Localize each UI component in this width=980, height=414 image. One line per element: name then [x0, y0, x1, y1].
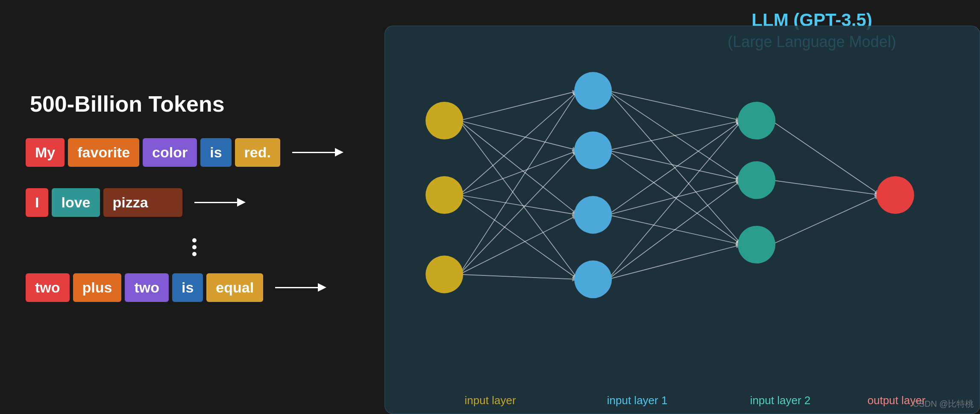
- svg-line-9: [459, 91, 578, 274]
- arrow-2: [194, 198, 246, 207]
- sentence-row-2: I love pizza: [26, 188, 350, 217]
- tokens-title: 500-Billion Tokens: [30, 91, 350, 117]
- svg-line-26: [772, 180, 880, 195]
- token: is: [200, 138, 231, 167]
- svg-line-3: [459, 121, 578, 215]
- sentence-row-3: two plus two is equal: [26, 273, 350, 302]
- label-hidden1: input layer 1: [607, 394, 668, 407]
- dot: [192, 238, 197, 242]
- hidden1-node-2: [574, 196, 612, 234]
- svg-line-11: [459, 215, 578, 274]
- dots-row: [38, 238, 350, 256]
- dot: [192, 245, 197, 249]
- token: is: [172, 273, 203, 302]
- svg-line-12: [459, 275, 578, 280]
- svg-line-5: [459, 91, 578, 195]
- token: favorite: [68, 138, 139, 167]
- input-node-2: [425, 256, 463, 293]
- token: love: [52, 188, 100, 217]
- hidden1-node-0: [574, 72, 612, 109]
- svg-line-8: [459, 195, 578, 279]
- token: color: [143, 138, 197, 167]
- layer-labels: input layer input layer 1 input layer 2 …: [419, 394, 980, 407]
- watermark: CSDN @比特桃: [913, 398, 974, 410]
- sentence-row-1: My favorite color is red.: [26, 138, 350, 167]
- svg-line-20: [608, 180, 742, 215]
- svg-line-27: [772, 195, 880, 245]
- svg-line-6: [459, 151, 578, 195]
- left-section: 500-Billion Tokens My favorite color is …: [0, 0, 350, 414]
- right-section: LLM (GPT-3.5) (Large Language Model): [350, 0, 980, 414]
- hidden1-node-1: [574, 132, 612, 169]
- label-input: input layer: [465, 394, 516, 407]
- hidden2-node-1: [738, 161, 775, 199]
- hidden2-node-0: [738, 102, 775, 139]
- hidden1-node-3: [574, 260, 612, 298]
- arrow-3: [275, 283, 326, 292]
- token: pizza: [103, 188, 182, 217]
- dot: [192, 252, 197, 256]
- label-hidden2: input layer 2: [750, 394, 811, 407]
- svg-line-25: [772, 121, 880, 195]
- token: two: [26, 273, 70, 302]
- input-node-1: [425, 176, 463, 214]
- main-container: 500-Billion Tokens My favorite color is …: [0, 0, 980, 414]
- svg-line-23: [608, 180, 742, 279]
- input-node-0: [425, 102, 463, 139]
- svg-line-13: [608, 91, 742, 121]
- llm-panel: input layer input layer 1 input layer 2 …: [384, 26, 980, 414]
- token: My: [26, 138, 65, 167]
- token: two: [125, 273, 169, 302]
- svg-line-2: [459, 121, 578, 151]
- output-node: [877, 176, 914, 214]
- token: red.: [235, 138, 280, 167]
- svg-line-22: [608, 121, 742, 279]
- svg-line-16: [608, 121, 742, 151]
- svg-line-1: [459, 91, 578, 121]
- svg-line-19: [608, 121, 742, 215]
- token: I: [26, 188, 48, 217]
- hidden2-node-2: [738, 226, 775, 263]
- token: equal: [206, 273, 263, 302]
- token: plus: [73, 273, 122, 302]
- neural-network-svg: [385, 26, 980, 414]
- svg-line-17: [608, 151, 742, 180]
- svg-line-24: [608, 245, 742, 279]
- arrow-1: [292, 148, 343, 157]
